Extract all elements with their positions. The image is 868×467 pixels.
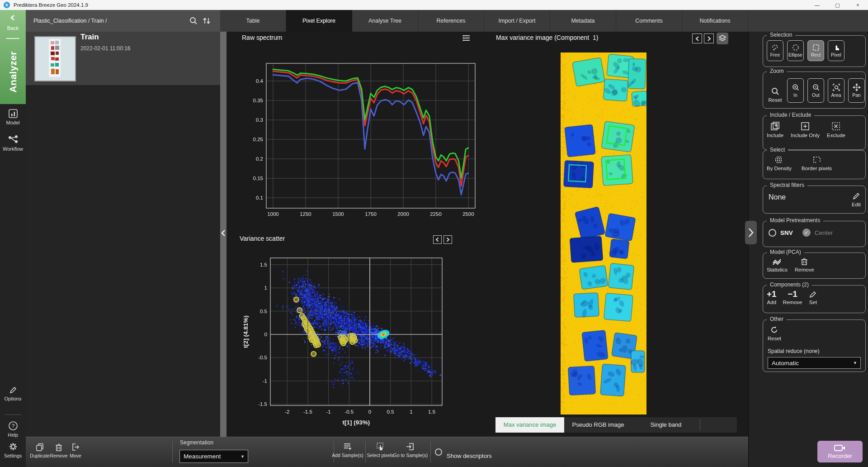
zoom-out-button[interactable]: Out bbox=[807, 78, 824, 103]
segmentation-dropdown[interactable]: Measurement ▼ bbox=[179, 450, 248, 463]
trash-icon bbox=[55, 443, 63, 452]
select-group-label: Select bbox=[767, 147, 788, 153]
statistics-button[interactable]: Statistics bbox=[767, 257, 788, 272]
collapse-left-chevron-icon[interactable] bbox=[220, 229, 227, 238]
tab-references[interactable]: References bbox=[418, 10, 484, 32]
close-button[interactable]: × bbox=[848, 0, 868, 10]
goto-samples-button[interactable]: Go to Sample(s) bbox=[394, 442, 427, 458]
sidebar-item-analyzer[interactable]: Analyzer bbox=[0, 43, 26, 100]
show-descriptors-label: Show descriptors bbox=[447, 453, 492, 459]
tab-import-export[interactable]: Import / Export bbox=[484, 10, 550, 32]
recorder-button[interactable]: Recorder bbox=[817, 441, 863, 462]
set-components-button[interactable]: Set bbox=[809, 290, 818, 305]
sidebar-item-options[interactable]: Options bbox=[0, 386, 26, 401]
sidebar-item-help[interactable]: ? Help bbox=[0, 421, 26, 438]
border-pixels-button[interactable]: Border pixels bbox=[802, 155, 832, 171]
model-pca-group-label: Model (PCA) bbox=[767, 249, 804, 255]
panel-collapse-chevron-icon[interactable] bbox=[745, 221, 757, 244]
include-exclude-group-label: Include / Exclude bbox=[767, 112, 814, 118]
include-only-button[interactable]: Include Only bbox=[791, 121, 820, 138]
remove-component-button[interactable]: −1 Remove bbox=[783, 290, 802, 305]
ellipse-select-button[interactable]: Ellipse bbox=[787, 40, 804, 61]
tab-analyse-tree[interactable]: Analyse Tree bbox=[352, 10, 418, 32]
tab-single-band[interactable]: Single band bbox=[632, 417, 700, 433]
zoom-in-icon bbox=[792, 83, 800, 91]
scatter-prev-icon[interactable] bbox=[433, 235, 442, 244]
tab-table[interactable]: Table bbox=[220, 10, 286, 32]
by-density-button[interactable]: By Density bbox=[767, 155, 792, 171]
pretreatments-group-label: Model Pretreatments bbox=[767, 217, 823, 224]
sidebar-item-workflow[interactable]: Workflow bbox=[0, 135, 26, 152]
duplicate-button[interactable]: Duplicate bbox=[29, 443, 51, 458]
pixel-select-button[interactable]: Pixel bbox=[828, 40, 844, 61]
magnifier-icon bbox=[771, 87, 780, 96]
tab-metadata[interactable]: Metadata bbox=[550, 10, 616, 32]
components-group: Components (2) +1 Add −1 Remove Set bbox=[763, 285, 866, 313]
add-component-button[interactable]: +1 Add bbox=[767, 290, 777, 305]
dot-grid-icon bbox=[774, 155, 784, 164]
goto-sample-icon bbox=[406, 442, 415, 451]
back-chevron-icon[interactable] bbox=[0, 14, 26, 21]
reset-button[interactable]: Reset bbox=[768, 325, 781, 341]
scatter-panel-title: Variance scatter bbox=[240, 235, 285, 242]
select-pixels-button[interactable]: Select pixels bbox=[368, 442, 393, 458]
spatial-reduce-label: Spatial reduce (none) bbox=[768, 348, 820, 354]
statistics-icon bbox=[772, 257, 783, 266]
help-icon: ? bbox=[0, 421, 26, 431]
remove-sample-button[interactable]: Remove bbox=[49, 443, 69, 458]
tab-pseudo-rgb-image[interactable]: Pseudo RGB image bbox=[564, 417, 632, 433]
title-bar: b Prediktera Breeze Geo 2024.1.9 — ▢ × bbox=[0, 0, 868, 10]
back-button[interactable]: Back bbox=[0, 25, 26, 31]
search-icon[interactable] bbox=[189, 16, 199, 26]
image-prev-icon[interactable] bbox=[692, 33, 702, 43]
tab-notifications[interactable]: Notifications bbox=[682, 10, 748, 32]
include-exclude-group: Include / Exclude Include Include Only E… bbox=[763, 115, 866, 150]
snv-checkbox[interactable] bbox=[769, 229, 776, 237]
segmentation-label: Segmentation bbox=[180, 439, 213, 446]
workflow-icon bbox=[0, 135, 26, 145]
spectral-filters-group: Spectral filters None Edit bbox=[763, 186, 866, 214]
image-next-icon[interactable] bbox=[704, 33, 714, 43]
dashed-border-icon bbox=[812, 155, 822, 164]
zoom-reset-button[interactable]: Reset bbox=[767, 87, 783, 103]
show-descriptors-radio[interactable] bbox=[435, 448, 442, 456]
sample-thumbnail[interactable] bbox=[34, 36, 76, 81]
sidebar-item-model[interactable]: Model bbox=[0, 109, 26, 125]
move-button[interactable]: Move bbox=[67, 443, 84, 458]
scatter-next-icon[interactable] bbox=[443, 235, 452, 244]
tab-comments[interactable]: Comments bbox=[616, 10, 682, 32]
free-select-button[interactable]: Free bbox=[767, 40, 783, 61]
model-icon bbox=[0, 109, 26, 119]
maximize-button[interactable]: ▢ bbox=[827, 0, 848, 10]
center-label: Center bbox=[815, 229, 833, 236]
zoom-in-button[interactable]: In bbox=[787, 78, 804, 103]
spatial-reduce-dropdown[interactable]: Automatic ▼ bbox=[768, 357, 861, 369]
layers-icon[interactable] bbox=[717, 33, 728, 44]
edit-filters-button[interactable]: Edit bbox=[852, 191, 861, 207]
pan-button[interactable]: Pan bbox=[848, 78, 865, 103]
zoom-area-button[interactable]: Area bbox=[828, 78, 844, 103]
selection-group: Selection Free Ellipse Rect Pixel bbox=[763, 35, 866, 67]
snv-label: SNV bbox=[780, 229, 793, 236]
add-samples-button[interactable]: Add Sample(s) bbox=[333, 442, 362, 458]
tab-max-variance-image[interactable]: Max variance image bbox=[495, 417, 564, 433]
breadcrumb[interactable]: Plastic_Classification / Train / bbox=[33, 10, 107, 32]
hyperspectral-image[interactable] bbox=[561, 52, 646, 415]
tab-pixel-explore[interactable]: Pixel Explore bbox=[286, 10, 352, 32]
lasso-icon bbox=[771, 44, 779, 51]
duplicate-icon bbox=[35, 443, 44, 452]
sort-icon[interactable] bbox=[202, 16, 212, 26]
spectrum-list-icon[interactable] bbox=[462, 33, 471, 43]
rect-select-button[interactable]: Rect bbox=[807, 40, 824, 61]
sidebar-item-settings[interactable]: Settings bbox=[0, 442, 26, 458]
remove-model-button[interactable]: Remove bbox=[795, 257, 814, 272]
gear-icon bbox=[0, 442, 26, 452]
scatter-plot-points[interactable] bbox=[271, 258, 442, 405]
zoom-group: Zoom Reset In Out Area Pan bbox=[763, 71, 866, 109]
zoom-area-icon bbox=[832, 83, 840, 91]
exclude-button[interactable]: Exclude bbox=[827, 121, 845, 138]
center-checkbox-checked[interactable]: ✓ bbox=[802, 229, 811, 237]
trash-icon bbox=[800, 257, 808, 266]
include-button[interactable]: Include bbox=[767, 121, 783, 138]
minimize-button[interactable]: — bbox=[807, 0, 827, 10]
